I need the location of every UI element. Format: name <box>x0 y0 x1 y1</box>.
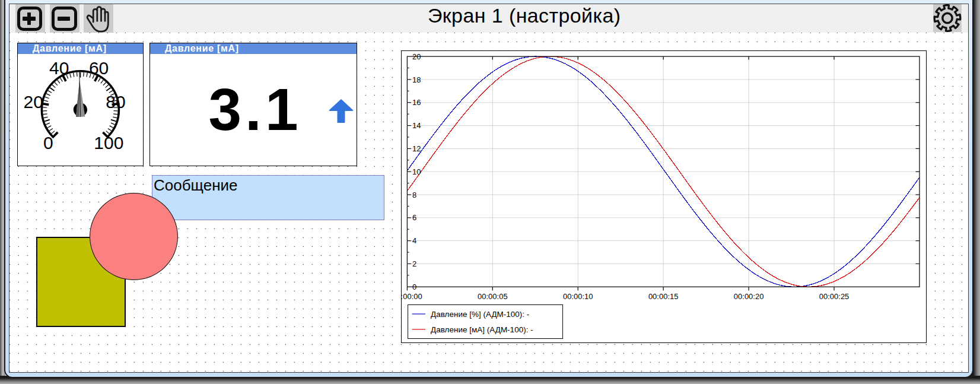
svg-text:Давление [мА] (АДМ-100): -: Давление [мА] (АДМ-100): - <box>431 325 533 334</box>
svg-text:80: 80 <box>106 92 125 112</box>
svg-text:00:00:15: 00:00:15 <box>648 292 679 301</box>
svg-text:40: 40 <box>49 58 69 78</box>
svg-text:00:00:20: 00:00:20 <box>734 292 764 301</box>
svg-text:00:00:05: 00:00:05 <box>478 292 508 301</box>
svg-text:6: 6 <box>412 213 416 222</box>
svg-text:8: 8 <box>412 191 416 199</box>
svg-text:4: 4 <box>412 236 416 245</box>
svg-text:0: 0 <box>43 133 53 153</box>
svg-text:00:00:25: 00:00:25 <box>819 292 849 301</box>
svg-text:12: 12 <box>412 144 421 153</box>
svg-text:18: 18 <box>412 75 421 84</box>
svg-text:10: 10 <box>412 167 421 176</box>
svg-text:2: 2 <box>412 259 416 268</box>
svg-text:00:00:10: 00:00:10 <box>563 292 593 301</box>
svg-text:60: 60 <box>89 58 109 78</box>
svg-text:20: 20 <box>24 92 43 112</box>
svg-text:16: 16 <box>412 98 421 107</box>
svg-text:0: 0 <box>412 283 416 291</box>
svg-text:20: 20 <box>412 52 421 61</box>
svg-text:Давление [%] (АДМ-100): -: Давление [%] (АДМ-100): - <box>431 310 529 319</box>
svg-text:100: 100 <box>94 133 123 153</box>
svg-text:14: 14 <box>412 121 421 130</box>
svg-text:00:00:00: 00:00:00 <box>402 292 422 301</box>
